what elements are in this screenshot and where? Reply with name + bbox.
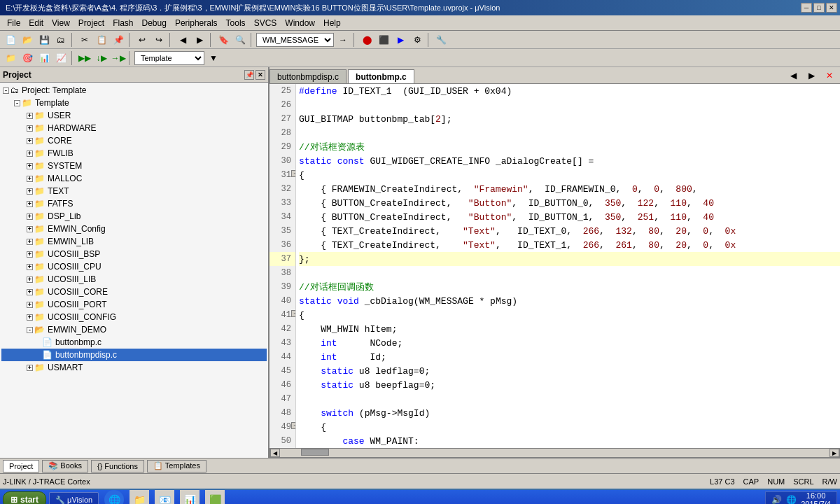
taskbar-browser-icon[interactable]: 🌐 <box>104 490 124 504</box>
project-btn[interactable]: 📁 <box>3 50 18 66</box>
navigate-back-btn[interactable]: ◀ <box>175 32 190 48</box>
tree-usmart[interactable]: + 📁 USMART <box>1 361 267 374</box>
menu-svcs[interactable]: SVCS <box>250 17 281 29</box>
tree-ucos-lib[interactable]: + 📁 UCOSIII_LIB <box>1 273 267 286</box>
taskbar-app-uvision[interactable]: 🔧 μVision <box>49 492 99 504</box>
menu-edit[interactable]: Edit <box>24 17 48 29</box>
core-expand[interactable]: + <box>27 138 33 144</box>
sidebar-close-btn[interactable]: ✕ <box>255 70 265 80</box>
menu-peripherals[interactable]: Peripherals <box>171 17 222 29</box>
scroll-track[interactable] <box>280 449 830 457</box>
menu-tools[interactable]: Tools <box>222 17 250 29</box>
tree-ucos-bsp[interactable]: + 📁 UCOSIII_BSP <box>1 248 267 260</box>
tree-ucos-config[interactable]: + 📁 UCOSIII_CONFIG <box>1 311 267 323</box>
paste-btn[interactable]: 📌 <box>111 32 126 48</box>
menu-project[interactable]: Project <box>74 17 108 29</box>
menu-help[interactable]: Help <box>319 17 345 29</box>
tree-dsp[interactable]: + 📁 DSP_Lib <box>1 210 267 223</box>
menu-flash[interactable]: Flash <box>108 17 137 29</box>
tab-buttonbmp[interactable]: buttonbmp.c <box>348 69 414 83</box>
tab-close[interactable]: ✕ <box>822 68 837 83</box>
ucos-cpu-expand[interactable]: + <box>27 264 33 270</box>
tree-ucos-core[interactable]: + 📁 UCOSIII_CORE <box>1 286 267 298</box>
fatfs-expand[interactable]: + <box>27 201 33 207</box>
code-container[interactable]: 25 26 27 28 29 30 31 - 32 33 34 35 36 37… <box>270 84 840 448</box>
step-over-btn[interactable]: →▶ <box>111 50 126 66</box>
debug-btn[interactable]: ▶ <box>393 32 408 48</box>
template-dropdown[interactable]: Template <box>134 51 204 65</box>
tree-buttonbmp[interactable]: 📄 buttonbmp.c <box>1 336 267 349</box>
user-expand[interactable]: + <box>27 113 33 119</box>
hardware-expand[interactable]: + <box>27 125 33 132</box>
message-dropdown[interactable]: WM_MESSAGE <box>256 33 334 47</box>
misc-btn[interactable]: 📊 <box>36 50 52 66</box>
save-btn[interactable]: 💾 <box>36 32 52 48</box>
minimize-button[interactable]: ─ <box>801 3 812 13</box>
tree-ucos-cpu[interactable]: + 📁 UCOSIII_CPU <box>1 260 267 273</box>
emwin-config-expand[interactable]: + <box>27 226 33 232</box>
tree-malloc[interactable]: + 📁 MALLOC <box>1 172 267 185</box>
tree-hardware[interactable]: + 📁 HARDWARE <box>1 122 267 134</box>
taskbar-mail-icon[interactable]: 📧 <box>155 490 174 504</box>
tree-buttonbmpdisp[interactable]: 📄 buttonbmpdisp.c <box>1 349 267 361</box>
copy-btn[interactable]: 📋 <box>94 32 109 48</box>
build-btn[interactable]: ⬤ <box>359 32 374 48</box>
emwin-lib-expand[interactable]: + <box>27 239 33 245</box>
tree-text[interactable]: + 📁 TEXT <box>1 185 267 197</box>
bookmark-btn[interactable]: 🔖 <box>216 32 231 48</box>
open-btn[interactable]: 📂 <box>20 32 35 48</box>
scroll-right-btn[interactable]: ▶ <box>830 449 839 457</box>
redo-btn[interactable]: ↪ <box>151 32 167 48</box>
tab-buttonbmpdisp[interactable]: buttonbmpdisp.c <box>270 69 346 83</box>
misc2-btn[interactable]: 📈 <box>53 50 69 66</box>
menu-debug[interactable]: Debug <box>138 17 171 29</box>
tree-template[interactable]: - 📁 Template <box>1 97 267 109</box>
emwin-demo-expand[interactable]: - <box>27 327 33 333</box>
dsp-expand[interactable]: + <box>27 214 33 220</box>
maximize-button[interactable]: □ <box>813 3 825 13</box>
tab-project[interactable]: Project <box>3 460 39 472</box>
menu-file[interactable]: File <box>3 17 24 29</box>
tab-nav-left[interactable]: ◀ <box>785 68 801 83</box>
system-expand[interactable]: + <box>27 163 33 169</box>
menu-window[interactable]: Window <box>281 17 319 29</box>
text-expand[interactable]: + <box>27 188 33 195</box>
tree-root[interactable]: - 🗂 Project: Template <box>1 84 267 97</box>
start-button[interactable]: ⊞ start <box>3 491 46 504</box>
undo-btn[interactable]: ↩ <box>134 32 150 48</box>
usmart-expand[interactable]: + <box>27 365 33 371</box>
root-expand[interactable]: - <box>3 88 9 94</box>
close-button[interactable]: ✕ <box>826 3 837 13</box>
ucos-lib-expand[interactable]: + <box>27 276 33 283</box>
tree-fatfs[interactable]: + 📁 FATFS <box>1 197 267 210</box>
tab-functions[interactable]: {} Functions <box>91 460 144 472</box>
tree-core[interactable]: + 📁 CORE <box>1 134 267 147</box>
scrollbar-horizontal[interactable]: ◀ ▶ <box>270 448 840 458</box>
tab-templates[interactable]: 📋 Templates <box>147 460 206 472</box>
tree-system[interactable]: + 📁 SYSTEM <box>1 160 267 172</box>
menu-view[interactable]: View <box>48 17 74 29</box>
run-btn[interactable]: ▶▶ <box>77 50 92 66</box>
target-options-btn[interactable]: ⚙ <box>410 32 425 48</box>
scroll-thumb[interactable] <box>301 449 329 456</box>
navigate-fwd-btn[interactable]: ▶ <box>192 32 207 48</box>
fwlib-expand[interactable]: + <box>27 150 33 157</box>
step-btn[interactable]: ↓▶ <box>94 50 109 66</box>
template-expand[interactable]: - <box>14 100 20 106</box>
stop-btn[interactable]: ⬛ <box>376 32 391 48</box>
settings-btn[interactable]: 🔧 <box>433 32 449 48</box>
cut-btn[interactable]: ✂ <box>77 32 92 48</box>
ucos-core-expand[interactable]: + <box>27 289 33 295</box>
find-btn[interactable]: 🔍 <box>232 32 248 48</box>
tree-emwin-demo[interactable]: - 📂 EMWIN_DEMO <box>1 323 267 336</box>
malloc-expand[interactable]: + <box>27 176 33 182</box>
code-lines[interactable]: #define ID_TEXT_1 (GUI_ID_USER + 0x04) G… <box>296 84 840 448</box>
target-select-btn[interactable]: 🎯 <box>20 50 35 66</box>
tab-books[interactable]: 📚 Books <box>42 460 88 472</box>
ucos-config-expand[interactable]: + <box>27 314 33 321</box>
tree-ucos-port[interactable]: + 📁 UCOSIII_PORT <box>1 298 267 311</box>
taskbar-folder-icon[interactable]: 📁 <box>130 490 149 504</box>
new-file-btn[interactable]: 📄 <box>3 32 18 48</box>
taskbar-ppt-icon[interactable]: 📊 <box>180 490 200 504</box>
ucos-port-expand[interactable]: + <box>27 302 33 308</box>
